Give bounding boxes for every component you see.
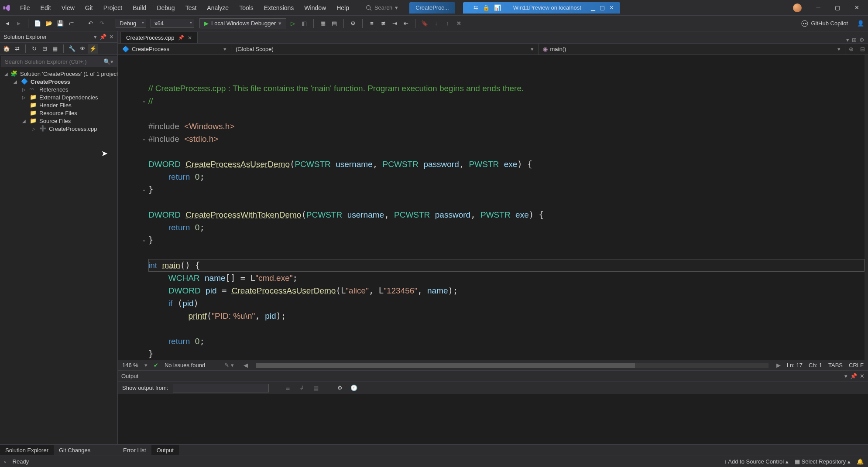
tab-error-list[interactable]: Error List bbox=[118, 445, 151, 455]
new-item-icon[interactable]: 📄 bbox=[33, 19, 42, 28]
output-cog-icon[interactable]: ⚙ bbox=[335, 383, 345, 393]
config-combo[interactable]: Debug bbox=[116, 19, 146, 28]
platform-combo[interactable]: x64 bbox=[151, 19, 194, 28]
menu-view[interactable]: View bbox=[57, 3, 79, 13]
show-all-icon[interactable]: ▤ bbox=[50, 44, 60, 54]
line-number[interactable]: Ln: 17 bbox=[787, 362, 803, 368]
tool-c-icon[interactable]: ⚙ bbox=[348, 19, 358, 28]
filter-icon[interactable]: ⚡ bbox=[88, 44, 98, 54]
menu-test[interactable]: Test bbox=[181, 3, 201, 13]
menu-tools[interactable]: Tools bbox=[235, 3, 258, 13]
header-files-node[interactable]: 📁Header Files bbox=[0, 101, 117, 109]
prev-bm-icon[interactable]: ↑ bbox=[443, 19, 452, 28]
output-wrap-icon[interactable]: ↲ bbox=[297, 383, 307, 393]
save-icon[interactable]: 💾 bbox=[55, 19, 65, 28]
home-icon[interactable]: 🏠 bbox=[2, 44, 11, 54]
undo-icon[interactable]: ↶ bbox=[86, 19, 95, 28]
scope-project[interactable]: 🔷 CreateProcess ▾ bbox=[118, 44, 231, 55]
output-close-icon[interactable]: ✕ bbox=[860, 373, 865, 379]
menu-debug[interactable]: Debug bbox=[152, 3, 179, 13]
indent-icon[interactable]: ⇥ bbox=[390, 19, 399, 28]
menu-extensions[interactable]: Extensions bbox=[260, 3, 298, 13]
source-file-item[interactable]: ▷➕CreateProcess.cpp bbox=[0, 125, 117, 133]
titlebar-search[interactable]: Search ▾ bbox=[362, 4, 401, 11]
outdent-icon[interactable]: ⇤ bbox=[401, 19, 411, 28]
output-pin-icon[interactable]: 📌 bbox=[850, 373, 857, 379]
nav-back-icon[interactable]: ◄ bbox=[3, 19, 12, 28]
open-icon[interactable]: 📂 bbox=[44, 19, 54, 28]
menu-build[interactable]: Build bbox=[128, 3, 151, 13]
menu-project[interactable]: Project bbox=[99, 3, 127, 13]
menu-git[interactable]: Git bbox=[81, 3, 97, 13]
share-icon[interactable]: 👤 bbox=[856, 19, 865, 28]
panel-close-icon[interactable]: ✕ bbox=[109, 34, 114, 40]
add-source-control[interactable]: ↑ Add to Source Control ▴ bbox=[724, 458, 789, 465]
issues-label[interactable]: No issues found bbox=[165, 362, 205, 368]
start-without-debug-icon[interactable]: ▷ bbox=[288, 19, 298, 28]
bookmark-icon[interactable]: 🔖 bbox=[420, 19, 429, 28]
menu-file[interactable]: File bbox=[16, 3, 34, 13]
col-number[interactable]: Ch: 1 bbox=[809, 362, 822, 368]
save-all-icon[interactable]: 🗃 bbox=[67, 19, 76, 28]
project-node[interactable]: ◢ 🔷 CreateProcess bbox=[0, 78, 117, 85]
scope-function[interactable]: ◉ main() ▾ bbox=[539, 44, 846, 55]
resource-files-node[interactable]: 📁Resource Files bbox=[0, 109, 117, 117]
select-repo[interactable]: ▦ Select Repository ▴ bbox=[795, 458, 851, 465]
references-node[interactable]: ▷▫▫References bbox=[0, 85, 117, 93]
redo-icon[interactable]: ↷ bbox=[97, 19, 106, 28]
github-copilot-button[interactable]: GitHub Copilot bbox=[795, 20, 854, 27]
tab-split-icon[interactable]: ⊞ bbox=[852, 37, 857, 43]
tabs-mode[interactable]: TABS bbox=[828, 362, 843, 368]
panel-pin-icon[interactable]: 📌 bbox=[99, 34, 106, 40]
close-tab-icon[interactable]: ✕ bbox=[188, 35, 192, 41]
search-go-icon[interactable]: 🔍▾ bbox=[101, 58, 116, 65]
clear-bm-icon[interactable]: ✖ bbox=[454, 19, 463, 28]
line-endings[interactable]: CRLF bbox=[849, 362, 864, 368]
start-debugging-button[interactable]: ▶ Local Windows Debugger ▾ bbox=[199, 18, 286, 28]
brush-icon[interactable]: ✎ ▾ bbox=[224, 362, 234, 368]
collapse-icon[interactable]: ⊟ bbox=[40, 44, 49, 54]
zoom-level[interactable]: 146 % bbox=[122, 362, 138, 368]
remote-tab-local[interactable]: CreateProc... bbox=[409, 2, 455, 14]
panel-dropdown-icon[interactable]: ▾ bbox=[94, 34, 97, 40]
nav-fwd-icon[interactable]: ► bbox=[14, 19, 24, 28]
source-files-node[interactable]: ◢📁Source Files bbox=[0, 117, 117, 125]
code-editor[interactable]: ⌄ ⌄ ⌄ ⌄ // CreateProcess.cpp : This file… bbox=[118, 55, 868, 360]
tool-a-icon[interactable]: ▦ bbox=[318, 19, 328, 28]
output-find-icon[interactable]: ▤ bbox=[311, 383, 321, 393]
tab-overflow-icon[interactable]: ▾ bbox=[846, 37, 849, 43]
close-session-icon[interactable]: ✕ bbox=[609, 4, 614, 11]
document-tab[interactable]: CreateProcess.cpp 📌 ✕ bbox=[120, 32, 198, 43]
remote-tab-session[interactable]: ⇆ 🔒 📊 Win11Preview on localhost ▁ ▢ ✕ bbox=[463, 2, 620, 14]
minimize-session-icon[interactable]: ▁ bbox=[591, 4, 595, 11]
menu-window[interactable]: Window bbox=[300, 3, 330, 13]
solution-search-input[interactable] bbox=[1, 58, 101, 65]
sync-icon[interactable]: ↻ bbox=[29, 44, 39, 54]
tool-b-icon[interactable]: ▤ bbox=[329, 19, 339, 28]
output-body[interactable] bbox=[118, 394, 868, 444]
editor-scrollbar[interactable] bbox=[865, 55, 868, 360]
window-minimize[interactable]: ─ bbox=[810, 1, 827, 14]
tab-git-changes[interactable]: Git Changes bbox=[54, 445, 96, 455]
split-editor-icon[interactable]: ⊕ bbox=[845, 46, 857, 52]
menu-analyze[interactable]: Analyze bbox=[202, 3, 233, 13]
output-dropdown-icon[interactable]: ▾ bbox=[844, 373, 847, 379]
output-clock-icon[interactable]: 🕘 bbox=[349, 383, 359, 393]
preview-icon[interactable]: 👁 bbox=[78, 44, 87, 54]
switch-views-icon[interactable]: ⇄ bbox=[12, 44, 22, 54]
external-deps-node[interactable]: ▷📁External Dependencies bbox=[0, 93, 117, 101]
maximize-session-icon[interactable]: ▢ bbox=[600, 4, 605, 11]
window-maximize[interactable]: ▢ bbox=[829, 1, 846, 14]
notifications-icon[interactable]: 🔔 bbox=[857, 458, 864, 465]
h-scroll-left[interactable]: ◀ bbox=[244, 362, 248, 368]
comment-icon[interactable]: ≡ bbox=[367, 19, 377, 28]
menu-edit[interactable]: Edit bbox=[36, 3, 55, 13]
output-clear-icon[interactable]: ≣ bbox=[283, 383, 293, 393]
uncomment-icon[interactable]: ≢ bbox=[378, 19, 388, 28]
tab-output[interactable]: Output bbox=[151, 445, 179, 455]
properties-icon[interactable]: 🔧 bbox=[67, 44, 77, 54]
next-bm-icon[interactable]: ↓ bbox=[431, 19, 441, 28]
horizontal-scrollbar[interactable] bbox=[256, 363, 769, 368]
solution-root[interactable]: ◢ 🧩 Solution 'CreateProcess' (1 of 1 pro… bbox=[0, 70, 117, 78]
app-icon[interactable]: ◧ bbox=[299, 19, 309, 28]
